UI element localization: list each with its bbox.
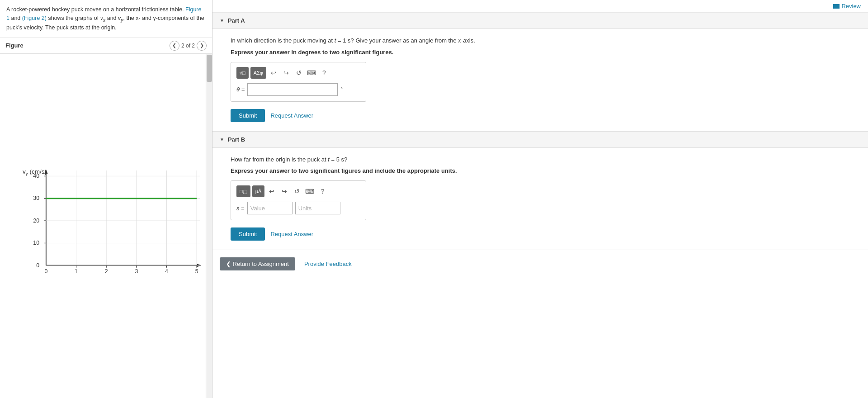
svg-text:3: 3 (135, 268, 138, 275)
part-b-symbols-btn[interactable]: μÅ (252, 185, 265, 197)
vx-label: vx (100, 15, 105, 21)
figure-content: vy (cm/s) (0, 54, 212, 398)
part-b-help-btn[interactable]: ? (317, 185, 328, 197)
svg-text:4: 4 (165, 268, 168, 275)
problem-text-part3: shows the graphs of (47, 15, 100, 21)
svg-text:30: 30 (33, 195, 39, 201)
keyboard-btn[interactable]: ⌨ (306, 67, 317, 79)
part-b-actions: Submit Request Answer (231, 227, 854, 241)
part-a-answer-input[interactable] (247, 83, 338, 96)
part-b-header[interactable]: ▼ Part B (212, 132, 868, 148)
part-b-answer-box: □⬚ μÅ ↩ ↪ ↺ ⌨ ? s = (231, 180, 366, 220)
svg-text:2: 2 (105, 268, 108, 275)
part-b-body: How far from the origin is the puck at t… (212, 148, 868, 250)
part-a-body: In which direction is the puck moving at… (212, 29, 868, 131)
part-b-keyboard-btn[interactable]: ⌨ (304, 185, 315, 197)
svg-text:20: 20 (33, 217, 39, 223)
problem-text-part1: A rocket-powered hockey puck moves on a … (6, 6, 185, 13)
review-bar: Review (212, 0, 868, 13)
chart-svg: vy (cm/s) (23, 60, 201, 389)
return-to-assignment-btn[interactable]: ❮ Return to Assignment (220, 257, 295, 270)
review-icon (833, 4, 840, 9)
part-b-question: How far from the origin is the puck at t… (231, 155, 854, 164)
part-a-question: In which direction is the puck moving at… (231, 36, 854, 45)
page-indicator: 2 of 2 (181, 43, 195, 49)
right-panel: Review ▼ Part A In which direction is th… (212, 0, 868, 398)
scrollbar[interactable] (206, 54, 212, 398)
review-label: Review (841, 3, 861, 9)
part-b-value-input[interactable] (247, 202, 292, 214)
part-a-input-row: θ = ° (236, 83, 360, 96)
problem-text-part2: and (9, 15, 22, 21)
bottom-actions: ❮ Return to Assignment Provide Feedback (212, 250, 868, 280)
part-b-sqrt-btn[interactable]: □⬚ (236, 185, 250, 197)
part-a-toolbar: √□ AΣφ ↩ ↪ ↺ ⌨ ? (236, 67, 360, 79)
part-b-redo-btn[interactable]: ↪ (279, 185, 290, 197)
part-b-units-input[interactable] (295, 202, 340, 214)
part-a-label: Part A (228, 17, 245, 24)
svg-text:0: 0 (36, 262, 39, 268)
part-b-input-row: s = (236, 202, 360, 214)
next-figure-btn[interactable]: ❯ (197, 41, 207, 51)
problem-text-part4: and (105, 15, 118, 21)
part-b-request-link[interactable]: Request Answer (270, 231, 313, 237)
part-b-section: ▼ Part B How far from the origin is the … (212, 132, 868, 251)
redo-btn[interactable]: ↪ (281, 67, 292, 79)
svg-text:10: 10 (33, 240, 39, 246)
part-a-request-link[interactable]: Request Answer (270, 112, 313, 119)
part-b-toolbar: □⬚ μÅ ↩ ↪ ↺ ⌨ ? (236, 185, 360, 197)
part-b-arrow: ▼ (220, 137, 224, 142)
figure-title: Figure (5, 42, 24, 49)
part-a-instruction: Express your answer in degrees to two si… (231, 49, 854, 56)
part-b-submit-btn[interactable]: Submit (231, 227, 265, 241)
vy-label: vy (118, 15, 123, 21)
figure2-link[interactable]: (Figure 2) (22, 15, 47, 21)
part-b-reset-btn[interactable]: ↺ (292, 185, 302, 197)
help-btn[interactable]: ? (319, 67, 330, 79)
part-b-eq-label: s = (236, 205, 245, 212)
degree-symbol: ° (340, 86, 343, 93)
part-a-eq-label: θ = (236, 86, 245, 93)
chart-area: vy (cm/s) (0, 56, 206, 398)
scrollbar-thumb (207, 55, 212, 82)
svg-text:5: 5 (195, 268, 198, 275)
left-panel: A rocket-powered hockey puck moves on a … (0, 0, 212, 398)
part-b-undo-btn[interactable]: ↩ (266, 185, 277, 197)
part-b-instruction: Express your answer to two significant f… (231, 167, 854, 174)
part-b-label: Part B (228, 136, 245, 143)
svg-text:40: 40 (33, 173, 39, 179)
review-link[interactable]: Review (833, 3, 861, 9)
part-a-actions: Submit Request Answer (231, 109, 854, 122)
undo-btn[interactable]: ↩ (268, 67, 279, 79)
part-a-arrow: ▼ (220, 18, 224, 23)
figure-header: Figure ❮ 2 of 2 ❯ (0, 38, 212, 54)
figure-section: Figure ❮ 2 of 2 ❯ vy (cm/s) (0, 38, 212, 398)
svg-text:1: 1 (75, 268, 78, 275)
figure-nav: ❮ 2 of 2 ❯ (170, 41, 207, 51)
problem-text: A rocket-powered hockey puck moves on a … (0, 0, 212, 38)
symbols-btn[interactable]: AΣφ (250, 67, 266, 79)
reset-btn[interactable]: ↺ (293, 67, 304, 79)
part-a-header[interactable]: ▼ Part A (212, 13, 868, 29)
svg-text:0: 0 (44, 268, 47, 275)
sqrt-btn[interactable]: √□ (236, 67, 249, 79)
provide-feedback-link[interactable]: Provide Feedback (304, 261, 352, 267)
prev-figure-btn[interactable]: ❮ (170, 41, 179, 51)
part-a-section: ▼ Part A In which direction is the puck … (212, 13, 868, 132)
part-a-answer-box: √□ AΣφ ↩ ↪ ↺ ⌨ ? θ = ° (231, 62, 366, 102)
part-a-submit-btn[interactable]: Submit (231, 109, 265, 122)
